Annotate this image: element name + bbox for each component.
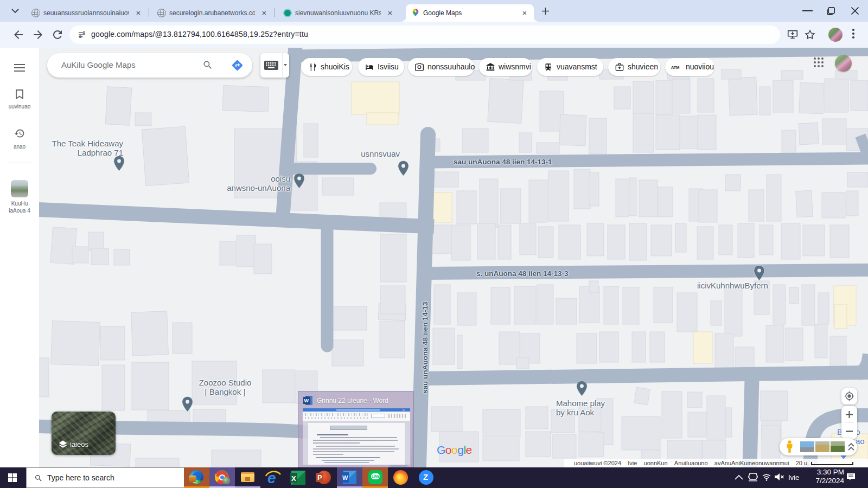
svg-text:M: M <box>489 66 492 69</box>
svg-text:ATM: ATM <box>671 65 679 69</box>
